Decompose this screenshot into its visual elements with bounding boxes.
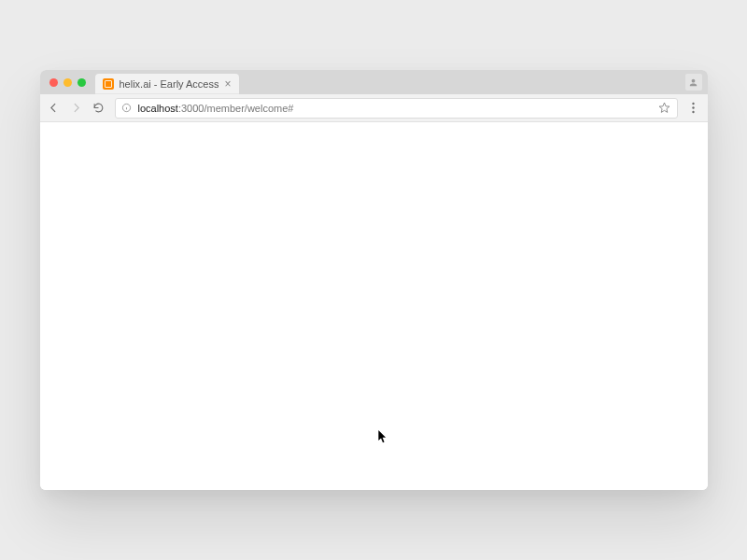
url-path: :3000/member/welcome# (178, 103, 294, 114)
window-minimize-button[interactable] (63, 78, 72, 87)
window-close-button[interactable] (49, 78, 58, 87)
user-icon (688, 77, 698, 88)
forward-button[interactable] (70, 102, 83, 115)
browser-menu-button[interactable] (687, 102, 700, 115)
svg-marker-3 (659, 103, 669, 112)
profile-button[interactable] (685, 74, 702, 91)
browser-tab[interactable]: helix.ai - Early Access × (95, 74, 239, 94)
tab-close-button[interactable]: × (224, 78, 231, 90)
svg-point-6 (692, 111, 694, 113)
star-icon (658, 102, 670, 114)
svg-point-5 (692, 106, 694, 108)
kebab-icon (692, 102, 695, 114)
window-maximize-button[interactable] (78, 78, 86, 87)
cursor-icon (378, 430, 388, 443)
site-info-button[interactable] (121, 103, 133, 114)
tab-strip: helix.ai - Early Access × (40, 70, 708, 94)
window-controls (46, 70, 95, 94)
arrow-left-icon (48, 102, 60, 114)
address-bar[interactable]: localhost:3000/member/welcome# (115, 98, 678, 119)
reload-button[interactable] (92, 102, 106, 115)
url-text: localhost:3000/member/welcome# (138, 103, 653, 114)
page-viewport (40, 122, 708, 490)
favicon-icon (103, 78, 114, 90)
info-icon (121, 103, 132, 113)
svg-point-4 (692, 103, 694, 105)
arrow-right-icon (70, 102, 82, 114)
url-host: localhost (138, 103, 178, 114)
tab-title: helix.ai - Early Access (120, 78, 219, 90)
browser-window: helix.ai - Early Access × localhost:3000… (40, 70, 708, 490)
back-button[interactable] (48, 102, 61, 115)
bookmark-button[interactable] (658, 102, 671, 115)
new-tab-button[interactable] (243, 77, 261, 94)
reload-icon (92, 102, 105, 114)
toolbar: localhost:3000/member/welcome# (40, 94, 708, 122)
